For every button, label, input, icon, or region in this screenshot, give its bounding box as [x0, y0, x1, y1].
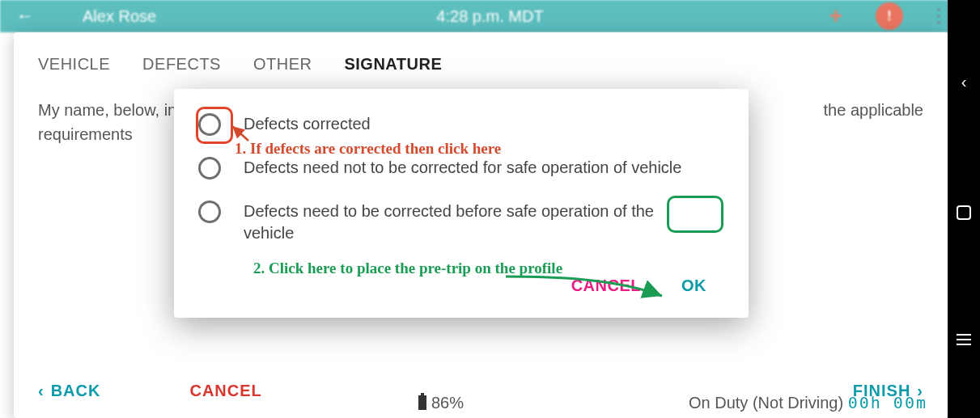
radio-icon[interactable]: [198, 113, 221, 136]
option-need-correct[interactable]: Defects need to be corrected before safe…: [198, 201, 724, 244]
dialog-ok-button[interactable]: OK: [667, 272, 721, 300]
option-label: Defects need not to be corrected for saf…: [244, 157, 681, 179]
radio-icon[interactable]: [198, 157, 221, 179]
dialog-cancel-button[interactable]: CANCEL: [571, 277, 641, 295]
dialog-actions: CANCEL OK: [198, 265, 724, 308]
option-defects-corrected[interactable]: Defects corrected: [198, 113, 724, 136]
radio-icon[interactable]: [198, 201, 221, 223]
option-need-not-correct[interactable]: Defects need not to be corrected for saf…: [198, 157, 724, 179]
option-label: Defects need to be corrected before safe…: [244, 201, 697, 244]
option-label: Defects corrected: [244, 113, 371, 135]
defects-dialog: Defects corrected Defects need not to be…: [174, 89, 749, 318]
